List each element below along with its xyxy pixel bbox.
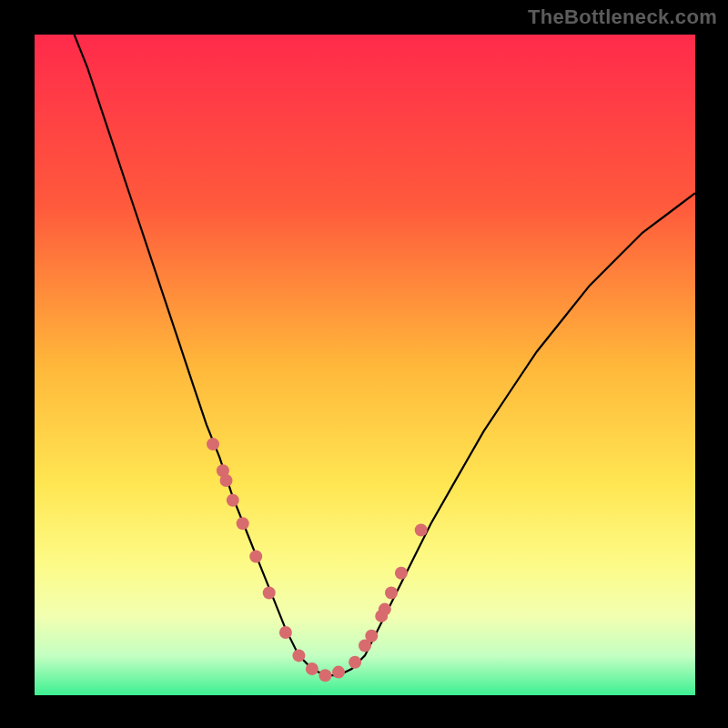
data-dot xyxy=(279,626,292,639)
chart-container: TheBottleneck.com xyxy=(0,0,728,728)
data-dot xyxy=(220,474,233,487)
data-dot xyxy=(263,587,276,600)
chart-svg xyxy=(35,35,695,695)
data-dot xyxy=(306,662,318,675)
gradient-background xyxy=(35,35,695,695)
data-dot xyxy=(207,438,219,450)
data-dot xyxy=(349,656,361,669)
plot-area xyxy=(35,35,695,695)
data-dot xyxy=(379,603,391,616)
data-dot xyxy=(227,494,239,507)
data-dot xyxy=(249,551,262,563)
data-dot xyxy=(395,567,408,580)
data-dot xyxy=(415,524,428,537)
data-dot xyxy=(292,649,305,662)
data-dot xyxy=(365,630,378,642)
data-dot xyxy=(237,517,249,530)
data-dot xyxy=(332,666,345,679)
watermark-text: TheBottleneck.com xyxy=(528,5,717,29)
data-dot xyxy=(318,669,331,682)
data-dot xyxy=(385,587,398,600)
